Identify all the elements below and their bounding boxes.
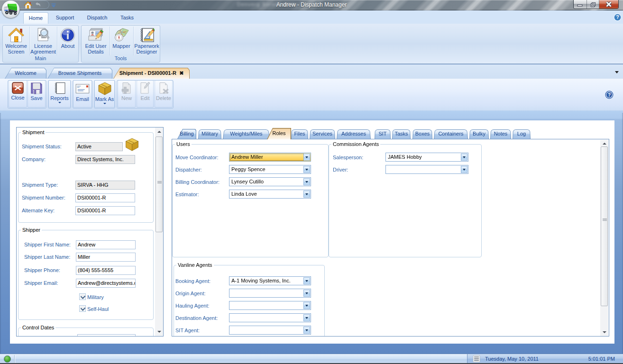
svg-text:?: ? (616, 15, 619, 20)
svg-text:?: ? (608, 92, 611, 98)
